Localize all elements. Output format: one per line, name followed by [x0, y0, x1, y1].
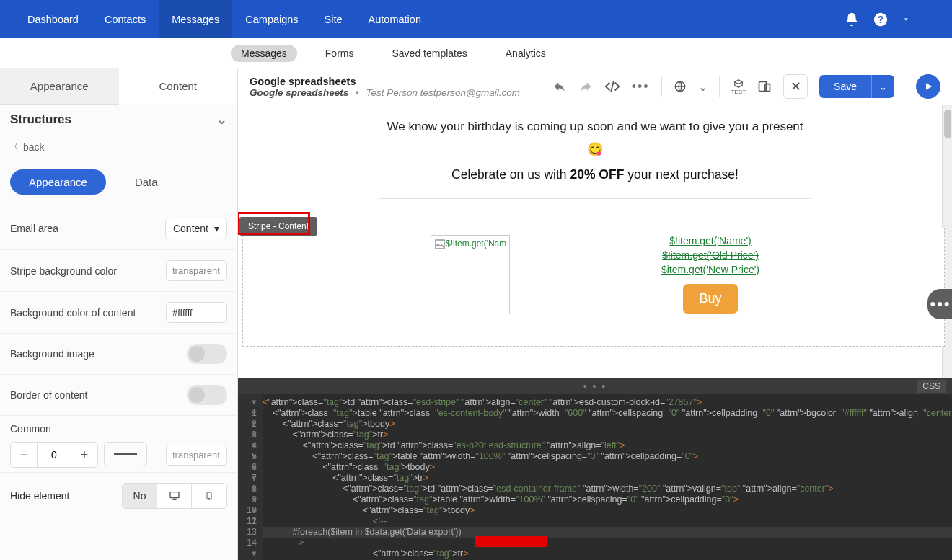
nav-dashboard[interactable]: Dashboard [14, 0, 92, 38]
subnav-forms[interactable]: Forms [315, 45, 364, 62]
globe-icon[interactable] [674, 80, 687, 93]
stepper-minus[interactable]: − [11, 443, 37, 467]
chevron-down-icon: ⌄ [216, 112, 227, 128]
bg-image-switch[interactable] [187, 344, 227, 364]
stripe-label[interactable]: Stripe - Content [239, 217, 317, 236]
email-subtitle: Google spreadsheets • Test Person testpe… [250, 87, 520, 98]
code-icon[interactable] [604, 79, 620, 94]
test-icon[interactable]: TEST [731, 79, 746, 95]
top-nav: Dashboard Contacts Messages Campaigns Si… [0, 0, 952, 38]
content-bg-input[interactable] [166, 302, 227, 323]
desktop-icon [168, 490, 181, 502]
drag-handle-icon[interactable]: • • • [583, 381, 607, 392]
email-title: Google spreadsheets [250, 76, 520, 87]
line-gutter: ▾ 1▾ 2▾ 3▾ 4▾ 5▾ 6▾ 7▾ 8▾ 9▾ 10▾ 11 12 1… [238, 394, 263, 560]
code-lines: <"attrn">class="tag">td "attrn">class="e… [263, 394, 952, 560]
email-header-left: Google spreadsheets Google spreadsheets … [250, 76, 520, 98]
border-content-switch[interactable] [187, 385, 227, 405]
stripe-bg-input[interactable] [166, 260, 227, 281]
tab-content[interactable]: Content [119, 68, 238, 105]
subtab-appearance[interactable]: Appearance [10, 169, 106, 195]
stepper-value[interactable] [37, 443, 71, 467]
nav-automation[interactable]: Automation [356, 0, 434, 38]
back-button[interactable]: 〈 back [0, 135, 237, 159]
promo-bold: 20% OFF [570, 167, 624, 182]
code-editor[interactable]: ▾ 1▾ 2▾ 3▾ 4▾ 5▾ 6▾ 7▾ 8▾ 9▾ 10▾ 11 12 1… [238, 394, 952, 560]
row-email-area: Email area Content ▾ [0, 208, 237, 250]
product-info: $!item.get('Name') $!item.get('Old Price… [661, 235, 759, 314]
help-icon[interactable]: ? [873, 12, 889, 27]
svg-rect-8 [436, 240, 444, 249]
separator-line [379, 198, 811, 199]
common-label: Common [0, 416, 237, 437]
email-area-label: Email area [10, 223, 58, 234]
content-bg-label: Background color of content [10, 307, 136, 319]
globe-caret-icon[interactable]: ⌄ [698, 80, 708, 94]
row-hide-element: Hide element No [0, 472, 237, 519]
more-icon[interactable]: ••• [632, 79, 650, 94]
border-style-select[interactable] [104, 442, 147, 466]
nav-campaigns[interactable]: Campaigns [232, 0, 311, 38]
divider [719, 76, 720, 97]
redo-icon[interactable] [578, 79, 593, 94]
structures-title: Structures [10, 112, 71, 127]
devices-icon[interactable] [757, 79, 772, 94]
fab-more[interactable]: ••• [927, 289, 952, 319]
subtabs: Appearance Data [0, 159, 237, 208]
row-bg-image: Background image [0, 334, 237, 375]
buy-button[interactable]: Buy [683, 284, 737, 314]
row-content-bg: Background color of content [0, 292, 237, 334]
hide-segmented: No [122, 483, 227, 509]
separator: • [356, 87, 359, 98]
email-area-value: Content [173, 223, 208, 234]
css-tab[interactable]: CSS [917, 380, 946, 393]
product-name-link[interactable]: $!item.get('Name') [669, 235, 752, 246]
subtab-data[interactable]: Data [135, 176, 158, 188]
play-button[interactable] [916, 74, 940, 99]
email-header: Google spreadsheets Google spreadsheets … [238, 68, 952, 105]
stepper-plus[interactable]: + [71, 443, 97, 467]
hide-option-no[interactable]: No [123, 484, 157, 508]
save-button[interactable]: Save [819, 75, 871, 98]
promo-text: Celebrate on us with 20% OFF your next p… [451, 167, 739, 182]
top-nav-right: ? [844, 12, 938, 27]
subnav-saved-templates[interactable]: Saved templates [382, 45, 477, 62]
left-tabs: Appearance Content [0, 68, 237, 105]
promo-suffix: your next purchase! [624, 167, 739, 182]
close-button[interactable]: ✕ [783, 74, 808, 99]
user-menu[interactable] [902, 12, 938, 27]
nav-contacts[interactable]: Contacts [92, 0, 159, 38]
broken-image-icon [434, 239, 446, 250]
common-stepper: − + [10, 442, 98, 468]
sub-nav: Messages Forms Saved templates Analytics [0, 38, 952, 68]
left-panel: Appearance Content Structures ⌄ 〈 back A… [0, 68, 238, 560]
product-new-price-link[interactable]: $item.get('New Price') [661, 264, 759, 275]
nav-messages[interactable]: Messages [159, 0, 232, 38]
back-label: back [23, 141, 45, 153]
bell-icon[interactable] [844, 12, 860, 27]
nav-site[interactable]: Site [312, 0, 356, 38]
email-subtitle-bold: Google spreadsheets [250, 87, 348, 98]
email-area-select[interactable]: Content ▾ [165, 218, 227, 239]
email-actions: ••• ⌄ TEST ✕ Save ⌄ [552, 74, 940, 99]
product-old-price-link[interactable]: $!item.get('Old Price') [662, 249, 759, 261]
hide-option-mobile[interactable] [192, 484, 226, 508]
hide-option-desktop[interactable] [157, 484, 192, 508]
product-image-placeholder[interactable]: $!item.get('Nam [431, 235, 510, 314]
product-image-alt: $!item.get('Nam [446, 239, 506, 249]
subnav-messages[interactable]: Messages [231, 45, 297, 62]
save-group: Save ⌄ [819, 75, 894, 98]
email-body: We know your birthday is coming up soon … [238, 105, 952, 218]
section-structures[interactable]: Structures ⌄ [0, 105, 237, 135]
border-content-label: Border of content [10, 389, 87, 401]
save-dropdown[interactable]: ⌄ [871, 75, 894, 98]
subnav-analytics[interactable]: Analytics [495, 45, 556, 62]
row-stripe-bg: Stripe background color [0, 250, 237, 292]
chevron-left-icon: 〈 [9, 141, 19, 154]
common-color-input[interactable] [166, 445, 227, 466]
top-nav-left: Dashboard Contacts Messages Campaigns Si… [14, 0, 434, 38]
undo-icon[interactable] [552, 79, 567, 94]
row-border-content: Border of content [0, 375, 237, 416]
play-icon [923, 81, 933, 92]
tab-appearance[interactable]: Appearance [0, 68, 119, 104]
